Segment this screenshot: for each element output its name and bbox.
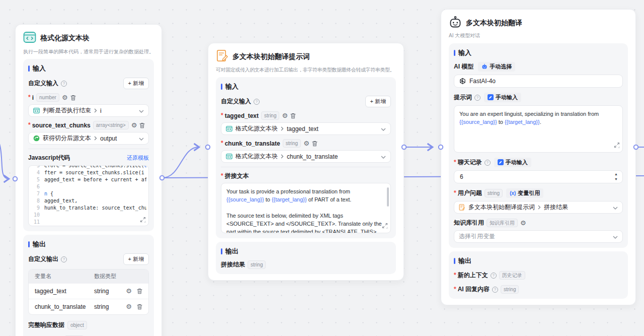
restore-template-link[interactable]: 还原模板 (127, 154, 149, 162)
field-name: source_text_chunks (32, 122, 91, 129)
prompt-editor[interactable]: You are an expert linguist, specializing… (454, 105, 623, 153)
history-count-input[interactable]: 6 ▲ ▼ (454, 170, 623, 183)
type-badge: string (283, 139, 301, 148)
help-icon[interactable]: ? (61, 81, 67, 87)
code-label: Javascript代码 (28, 154, 70, 162)
help-icon[interactable]: ? (474, 95, 480, 101)
model-select[interactable]: FastAI-4o (454, 75, 623, 88)
llm-output-rows: * 新的上下文 ? 历史记录 * AI 回复内容 ? string (454, 271, 623, 294)
concat-text-label: 拼接文本 (225, 172, 249, 180)
history-mode-label: 手动输入 (506, 159, 528, 166)
ref-var-name: output (100, 135, 136, 142)
history-mode-badge[interactable]: 手动输入 (494, 158, 531, 167)
variable-ref-select[interactable]: 判断是否执行结束 i (28, 104, 149, 117)
delete-icon[interactable] (137, 304, 142, 310)
divider (28, 149, 149, 149)
settings-icon[interactable]: ⚙ (126, 304, 132, 310)
kb-select[interactable]: 选择引用变量 (454, 230, 623, 243)
line-code: fter = source_text_chunks.slice(i + 1).j (44, 169, 146, 176)
settings-icon[interactable]: ⚙ (126, 288, 132, 294)
expand-icon[interactable] (382, 223, 388, 231)
delete-icon[interactable] (290, 113, 296, 119)
line-number: 6 (31, 183, 40, 190)
code-output-section: 输出 自定义输出 ? + 新增 变量名 数据类型 tagged_ (23, 235, 154, 336)
delete-icon[interactable] (137, 288, 142, 294)
spinner-down-icon[interactable]: ▼ (614, 177, 618, 182)
node-description: 执行一段简单的脚本代码，通常用于进行复杂的数据处理。 (23, 48, 154, 55)
output-section-title: 输出 (33, 240, 46, 249)
var-type-cell: string (94, 288, 126, 295)
ref-node-name: 格式化源文本块 (235, 152, 278, 161)
robot-blue-icon (481, 63, 488, 71)
llm-output-section: 输出 * 新的上下文 ? 历史记录 * AI 回复内容 ? st (449, 251, 628, 299)
node-card-code[interactable]: 格式化源文本块 执行一段简单的脚本代码，通常用于进行复杂的数据处理。 输入 自定… (15, 24, 162, 336)
type-badge: string (261, 111, 279, 120)
code-line: 11 (31, 219, 146, 226)
expand-icon[interactable] (614, 142, 620, 150)
section-bar (221, 248, 222, 254)
required-asterisk: * (454, 286, 456, 293)
input-section-title: 输入 (33, 64, 46, 73)
expand-icon[interactable] (140, 217, 146, 224)
type-badge: string (248, 260, 266, 269)
field-name: chunk_to_translate (225, 140, 280, 147)
ref-node-name: 获得切分后源文本 (43, 134, 91, 143)
help-icon[interactable]: ? (254, 99, 260, 105)
model-value: FastAI-4o (469, 78, 618, 85)
chevron-down-icon (613, 233, 618, 240)
col-header-type: 数据类型 (94, 273, 142, 280)
help-icon[interactable]: ? (485, 160, 491, 166)
variable-ref-select[interactable]: 格式化源文本块 chunk_to_translate (221, 150, 391, 163)
edge-incoming-left[interactable] (0, 132, 9, 179)
node-card-llm[interactable]: 多文本块初始翻译 AI 大模型对话 输入 AI 模型 手动选择 FastAI-4… (441, 9, 636, 305)
help-icon[interactable]: ? (491, 273, 497, 279)
settings-icon[interactable]: ⚙ (131, 122, 137, 128)
add-input-button[interactable]: + 新增 (365, 96, 391, 107)
question-ref-select[interactable]: 多文本块初始翻译提示词 拼接结果 (454, 201, 623, 214)
var-name-cell: chunk_to_translate (35, 303, 94, 310)
type-badge: number (36, 93, 59, 102)
settings-icon[interactable]: ⚙ (303, 141, 309, 147)
required-asterisk: * (454, 189, 456, 196)
settings-icon[interactable]: ⚙ (282, 113, 288, 119)
edge-code-to-template[interactable] (162, 147, 199, 178)
input-field: * i number ⚙ 判断是否执行结束 i (28, 93, 149, 117)
line-number: 8 (31, 197, 40, 205)
spinner-up-icon[interactable]: ▲ (614, 172, 618, 177)
variable-ref-select[interactable]: 格式化源文本块 tagged_text (221, 122, 391, 135)
delete-icon[interactable] (139, 122, 145, 128)
model-mode-badge[interactable]: 手动选择 (478, 62, 515, 72)
ref-var-name: tagged_text (287, 125, 378, 132)
table-row: chunk_to_translate string ⚙ (29, 299, 148, 314)
question-mode-badge[interactable]: (x) 变量引用 (506, 188, 543, 198)
node-card-template[interactable]: 多文本块初始翻译提示词 可对固定或传入的文本进行加工后输出，非字符串类型数据最终… (208, 43, 404, 281)
prompt-mode-badge[interactable]: 手动输入 (484, 93, 521, 102)
add-output-button[interactable]: + 新增 (123, 253, 149, 265)
help-icon[interactable]: ? (492, 287, 498, 293)
delete-icon[interactable] (312, 141, 317, 147)
delete-icon[interactable] (70, 95, 76, 101)
node-subtitle: AI 大模型对话 (449, 32, 628, 39)
field-name: tagged_text (225, 112, 259, 119)
template-node-mini-icon (459, 204, 465, 211)
code-line: 5 agged_text = before + current + after; (31, 176, 146, 183)
output-table-rows: tagged_text string ⚙ chunk_to_translate … (29, 283, 148, 314)
node-title: 格式化源文本块 (40, 34, 90, 43)
scrollbar-thumb[interactable] (387, 187, 389, 207)
ref-var-name: chunk_to_translate (287, 153, 378, 160)
ref-var-name: 拼接结果 (544, 203, 610, 212)
model-mode-label: 手动选择 (490, 63, 512, 71)
help-icon[interactable]: ? (61, 256, 67, 262)
settings-icon[interactable]: ⚙ (62, 95, 68, 101)
node-title: 多文本块初始翻译 (466, 19, 522, 28)
code-editor[interactable]: 3 efore = source_text_chunks.slice(0, i)… (28, 165, 149, 226)
workflow-canvas[interactable]: 格式化源文本块 执行一段简单的脚本代码，通常用于进行复杂的数据处理。 输入 自定… (0, 0, 644, 336)
concat-text-editor[interactable]: Your task is provide a professional tran… (221, 183, 391, 233)
variable-ref-select[interactable]: 获得切分后源文本 output (28, 132, 149, 145)
add-input-button[interactable]: + 新增 (123, 78, 149, 89)
settings-icon[interactable]: ⚙ (520, 220, 526, 226)
input-section-title: 输入 (458, 48, 471, 57)
chevron-right-icon (94, 135, 97, 142)
chevron-down-icon (381, 153, 386, 160)
var-type-cell: string (94, 303, 126, 310)
